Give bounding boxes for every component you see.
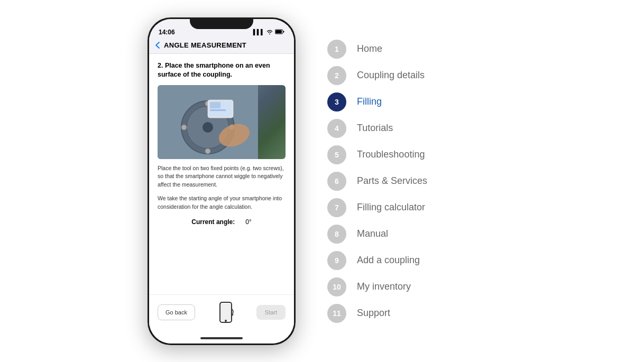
signal-icon: ▌▌▌ bbox=[253, 29, 264, 35]
nav-label-6: Parts & Services bbox=[357, 175, 427, 187]
svg-point-6 bbox=[203, 122, 213, 133]
desc-text-2: We take the starting angle of your smart… bbox=[158, 194, 286, 211]
nav-badge-1: 1 bbox=[327, 40, 346, 59]
battery-icon bbox=[275, 29, 284, 35]
nav-label-8: Manual bbox=[357, 228, 388, 239]
home-indicator bbox=[149, 333, 294, 344]
nav-badge-3: 3 bbox=[327, 92, 346, 112]
svg-rect-2 bbox=[275, 30, 282, 33]
coupling-image bbox=[158, 85, 286, 159]
nav-label-3: Filling bbox=[357, 96, 382, 107]
nav-label-11: Support bbox=[357, 308, 390, 319]
nav-label-5: Troubleshooting bbox=[357, 149, 425, 160]
nav-item-5[interactable]: 5Troubleshooting bbox=[327, 145, 496, 164]
angle-value: 0° bbox=[245, 218, 251, 226]
angle-row: Current angle: 0° bbox=[158, 218, 286, 226]
screen-content: 2. Place the smartphone on an even surfa… bbox=[149, 54, 294, 294]
nav-item-6[interactable]: 6Parts & Services bbox=[327, 172, 496, 191]
nav-label-7: Filling calculator bbox=[357, 202, 425, 213]
back-button[interactable] bbox=[155, 42, 160, 49]
phone-screen: 14:06 ▌▌▌ A bbox=[149, 19, 294, 344]
svg-rect-1 bbox=[283, 31, 284, 32]
nav-label-1: Home bbox=[357, 43, 382, 54]
nav-badge-6: 6 bbox=[327, 172, 346, 191]
nav-badge-2: 2 bbox=[327, 66, 346, 85]
angle-label: Current angle: bbox=[191, 218, 235, 226]
nav-badge-8: 8 bbox=[327, 225, 346, 244]
svg-point-9 bbox=[181, 125, 187, 130]
nav-badge-7: 7 bbox=[327, 198, 346, 217]
bottom-actions: Go back Start bbox=[149, 294, 294, 333]
status-time: 14:06 bbox=[159, 29, 175, 36]
nav-item-9[interactable]: 9Add a coupling bbox=[327, 251, 496, 270]
wifi-icon bbox=[266, 29, 273, 35]
nav-item-3[interactable]: 3Filling bbox=[327, 92, 496, 112]
nav-badge-9: 9 bbox=[327, 251, 346, 270]
desc-text-1: Place the tool on two fixed points (e.g.… bbox=[158, 164, 286, 189]
go-back-button[interactable]: Go back bbox=[158, 304, 195, 320]
nav-label-9: Add a coupling bbox=[357, 255, 420, 266]
app-nav-bar: ANGLE MEASUREMENT bbox=[149, 38, 294, 54]
svg-point-18 bbox=[225, 320, 227, 322]
nav-badge-10: 10 bbox=[327, 277, 346, 296]
svg-rect-17 bbox=[221, 304, 231, 320]
svg-point-8 bbox=[205, 148, 210, 154]
nav-label-2: Coupling details bbox=[357, 70, 425, 81]
nav-item-8[interactable]: 8Manual bbox=[327, 225, 496, 244]
nav-item-11[interactable]: 11Support bbox=[327, 304, 496, 323]
nav-item-2[interactable]: 2Coupling details bbox=[327, 66, 496, 85]
nav-badge-5: 5 bbox=[327, 145, 346, 164]
nav-badge-4: 4 bbox=[327, 119, 346, 138]
navigation-list: 1Home2Coupling details3Filling4Tutorials… bbox=[327, 40, 496, 323]
phone-mockup: 14:06 ▌▌▌ A bbox=[148, 17, 296, 345]
nav-item-7[interactable]: 7Filling calculator bbox=[327, 198, 496, 217]
phone-rotate-icon bbox=[216, 300, 236, 324]
screen-title: ANGLE MEASUREMENT bbox=[164, 41, 246, 49]
svg-rect-14 bbox=[210, 102, 220, 108]
nav-item-10[interactable]: 10My inventory bbox=[327, 277, 496, 296]
nav-label-10: My inventory bbox=[357, 281, 411, 292]
main-container: 14:06 ▌▌▌ A bbox=[0, 0, 644, 362]
nav-item-1[interactable]: 1Home bbox=[327, 40, 496, 59]
phone-notch bbox=[190, 17, 253, 29]
svg-rect-15 bbox=[210, 109, 226, 111]
instruction-text: 2. Place the smartphone on an even surfa… bbox=[158, 61, 286, 80]
start-button[interactable]: Start bbox=[256, 305, 286, 320]
nav-badge-11: 11 bbox=[327, 304, 346, 323]
status-icons: ▌▌▌ bbox=[253, 29, 284, 35]
nav-item-4[interactable]: 4Tutorials bbox=[327, 119, 496, 138]
phone-inner: 14:06 ▌▌▌ A bbox=[149, 19, 294, 344]
nav-label-4: Tutorials bbox=[357, 123, 393, 134]
home-bar bbox=[200, 337, 243, 339]
